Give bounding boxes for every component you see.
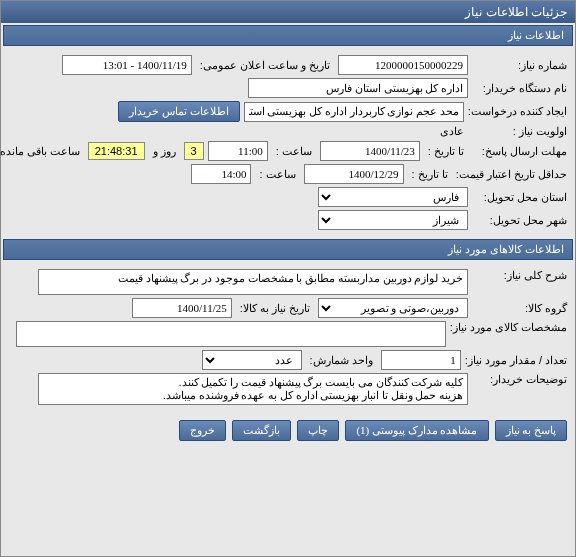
label-deadline: مهلت ارسال پاسخ: <box>472 145 567 158</box>
label-notes: توضیحات خریدار: <box>472 373 567 386</box>
input-validity-time[interactable] <box>191 164 251 184</box>
label-creator: ایجاد کننده درخواست: <box>468 105 567 118</box>
window-title-bar: جزئیات اطلاعات نیاز <box>1 1 575 23</box>
label-need-no: شماره نیاز: <box>472 59 567 72</box>
input-creator[interactable] <box>244 102 464 122</box>
label-time-2: ساعت : <box>255 168 299 181</box>
label-qty: تعداد / مقدار مورد نیاز: <box>465 354 567 367</box>
input-deadline-time[interactable] <box>208 141 268 161</box>
value-priority: عادی <box>436 125 468 138</box>
input-qty[interactable] <box>381 350 461 370</box>
label-unit: واحد شمارش: <box>306 354 377 367</box>
main-window: جزئیات اطلاعات نیاز اطلاعات نیاز شماره ن… <box>0 0 576 557</box>
label-group: گروه کالا: <box>472 302 567 315</box>
exit-button[interactable]: خروج <box>179 420 226 441</box>
label-need-date: تاریخ نیاز به کالا: <box>236 302 314 315</box>
label-days-text: روز و <box>149 145 180 158</box>
label-announce: تاریخ و ساعت اعلان عمومی: <box>196 59 334 72</box>
select-city[interactable]: شیراز <box>318 210 468 230</box>
label-buyer: نام دستگاه خریدار: <box>472 82 567 95</box>
section-header-goods: اطلاعات کالاهای مورد نیاز <box>3 239 573 260</box>
textarea-spec[interactable] <box>16 321 446 347</box>
window-title: جزئیات اطلاعات نیاز <box>465 5 567 19</box>
select-group[interactable]: دوربین،صوتی و تصویر <box>318 298 468 318</box>
label-to-date-2: تا تاریخ : <box>408 168 452 181</box>
label-remain-text: ساعت باقی مانده <box>0 145 84 158</box>
contact-buyer-button[interactable]: اطلاعات تماس خریدار <box>118 101 240 122</box>
reply-button[interactable]: پاسخ به نیاز <box>495 420 568 441</box>
input-validity-date[interactable] <box>304 164 404 184</box>
footer-buttons: پاسخ به نیاز مشاهده مدارک پیوستی (1) چاپ… <box>1 412 575 449</box>
attachments-button[interactable]: مشاهده مدارک پیوستی (1) <box>345 420 488 441</box>
form-goods: شرح کلی نیاز: گروه کالا: دوربین،صوتی و ت… <box>1 262 575 412</box>
input-announce[interactable] <box>62 55 192 75</box>
hours-remaining: 21:48:31 <box>88 142 145 160</box>
label-validity: حداقل تاریخ اعتبار قیمت: <box>456 168 567 181</box>
form-need-info: شماره نیاز: تاریخ و ساعت اعلان عمومی: نا… <box>1 48 575 237</box>
input-need-no[interactable] <box>338 55 468 75</box>
print-button[interactable]: چاپ <box>297 420 339 441</box>
label-city: شهر محل تحویل: <box>472 214 567 227</box>
input-deadline-date[interactable] <box>320 141 420 161</box>
select-unit[interactable]: عدد <box>202 350 302 370</box>
label-province: استان محل تحویل: <box>472 191 567 204</box>
textarea-notes[interactable] <box>38 373 468 405</box>
select-province[interactable]: فارس <box>318 187 468 207</box>
label-priority: اولویت نیاز : <box>472 125 567 138</box>
textarea-desc[interactable] <box>38 269 468 295</box>
label-time-1: ساعت : <box>272 145 316 158</box>
section-header-need-info: اطلاعات نیاز <box>3 25 573 46</box>
input-buyer[interactable] <box>248 78 468 98</box>
days-remaining: 3 <box>184 142 204 160</box>
input-need-date[interactable] <box>132 298 232 318</box>
label-desc: شرح کلی نیاز: <box>472 269 567 282</box>
label-to-date: تا تاریخ : <box>424 145 468 158</box>
back-button[interactable]: بازگشت <box>232 420 291 441</box>
label-spec: مشخصات کالای مورد نیاز: <box>450 321 567 334</box>
